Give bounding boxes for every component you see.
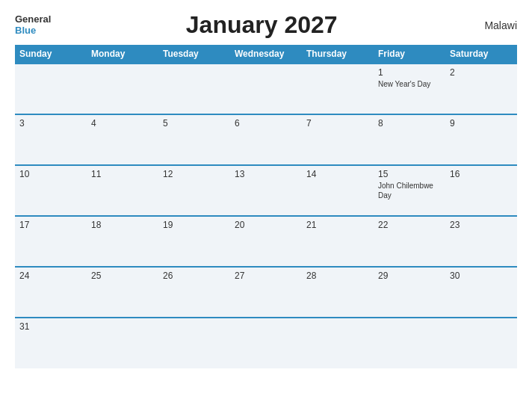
logo-blue-text: Blue xyxy=(15,25,36,36)
calendar-day-cell xyxy=(302,318,374,368)
calendar-week-row: 31 xyxy=(15,318,517,368)
calendar-day-cell: 9 xyxy=(445,114,517,165)
day-number: 9 xyxy=(450,118,513,129)
calendar-page: General Blue January 2027 Malawi Sunday … xyxy=(0,0,532,411)
day-number: 23 xyxy=(450,220,513,230)
day-number: 14 xyxy=(306,169,369,179)
col-wednesday: Wednesday xyxy=(230,45,302,64)
day-number: 19 xyxy=(163,220,226,230)
day-number: 12 xyxy=(163,169,226,179)
calendar-day-cell: 28 xyxy=(302,267,374,318)
day-number: 21 xyxy=(306,220,369,230)
calendar-day-cell: 25 xyxy=(87,267,158,318)
day-number: 25 xyxy=(91,271,154,281)
calendar-day-cell: 5 xyxy=(158,114,230,165)
logo-general-text: General xyxy=(15,14,51,25)
calendar-day-cell xyxy=(445,318,517,368)
col-tuesday: Tuesday xyxy=(158,45,230,64)
calendar-day-cell: 30 xyxy=(445,267,517,318)
day-number: 24 xyxy=(19,271,82,281)
country-label: Malawi xyxy=(472,19,517,31)
day-number: 28 xyxy=(306,271,369,281)
calendar-day-cell: 20 xyxy=(230,216,302,267)
calendar-day-cell: 19 xyxy=(158,216,230,267)
day-number: 5 xyxy=(163,118,226,129)
calendar-day-cell: 2 xyxy=(445,64,517,114)
calendar-day-cell: 18 xyxy=(87,216,158,267)
calendar-day-cell: 14 xyxy=(302,165,374,216)
day-number: 26 xyxy=(163,271,226,281)
calendar-table: Sunday Monday Tuesday Wednesday Thursday… xyxy=(15,45,517,368)
calendar-day-cell xyxy=(158,64,230,114)
calendar-day-cell: 11 xyxy=(87,165,158,216)
day-number: 20 xyxy=(235,220,297,230)
calendar-day-cell xyxy=(302,64,374,114)
calendar-day-cell xyxy=(87,318,158,368)
calendar-day-cell: 10 xyxy=(15,165,87,216)
calendar-day-cell: 15John Chilembwe Day xyxy=(374,165,445,216)
calendar-day-cell: 3 xyxy=(15,114,87,165)
col-saturday: Saturday xyxy=(445,45,517,64)
day-number: 2 xyxy=(450,67,513,78)
day-number: 27 xyxy=(235,271,297,281)
calendar-week-row: 24252627282930 xyxy=(15,267,517,318)
day-number: 8 xyxy=(378,118,441,129)
day-number: 30 xyxy=(450,271,513,281)
calendar-week-row: 17181920212223 xyxy=(15,216,517,267)
day-number: 1 xyxy=(378,67,441,78)
calendar-title: January 2027 xyxy=(51,11,472,39)
calendar-day-cell: 26 xyxy=(158,267,230,318)
calendar-day-cell: 27 xyxy=(230,267,302,318)
calendar-day-cell: 21 xyxy=(302,216,374,267)
calendar-week-row: 3456789 xyxy=(15,114,517,165)
day-number: 10 xyxy=(19,169,82,179)
col-sunday: Sunday xyxy=(15,45,87,64)
calendar-day-cell: 17 xyxy=(15,216,87,267)
day-number: 16 xyxy=(450,169,513,179)
calendar-day-cell xyxy=(374,318,445,368)
col-monday: Monday xyxy=(87,45,158,64)
day-number: 17 xyxy=(19,220,82,230)
calendar-day-cell: 1New Year's Day xyxy=(374,64,445,114)
day-number: 3 xyxy=(19,118,82,129)
calendar-day-cell xyxy=(230,318,302,368)
weekday-header-row: Sunday Monday Tuesday Wednesday Thursday… xyxy=(15,45,517,64)
calendar-day-cell: 7 xyxy=(302,114,374,165)
day-number: 22 xyxy=(378,220,441,230)
calendar-day-cell xyxy=(158,318,230,368)
day-number: 18 xyxy=(91,220,154,230)
col-friday: Friday xyxy=(374,45,445,64)
holiday-label: John Chilembwe Day xyxy=(378,181,441,200)
calendar-day-cell: 23 xyxy=(445,216,517,267)
calendar-day-cell xyxy=(87,64,158,114)
day-number: 13 xyxy=(235,169,297,179)
col-thursday: Thursday xyxy=(302,45,374,64)
calendar-day-cell xyxy=(230,64,302,114)
day-number: 6 xyxy=(235,118,297,129)
calendar-day-cell: 6 xyxy=(230,114,302,165)
calendar-day-cell: 12 xyxy=(158,165,230,216)
logo: General Blue xyxy=(15,14,51,36)
day-number: 29 xyxy=(378,271,441,281)
calendar-day-cell: 8 xyxy=(374,114,445,165)
calendar-header: General Blue January 2027 Malawi xyxy=(15,11,517,39)
calendar-day-cell: 31 xyxy=(15,318,87,368)
calendar-day-cell: 22 xyxy=(374,216,445,267)
calendar-day-cell: 29 xyxy=(374,267,445,318)
calendar-week-row: 101112131415John Chilembwe Day16 xyxy=(15,165,517,216)
calendar-day-cell: 4 xyxy=(87,114,158,165)
holiday-label: New Year's Day xyxy=(378,79,441,89)
day-number: 31 xyxy=(19,321,82,332)
calendar-day-cell: 16 xyxy=(445,165,517,216)
calendar-week-row: 1New Year's Day2 xyxy=(15,64,517,114)
day-number: 7 xyxy=(306,118,369,129)
calendar-day-cell: 24 xyxy=(15,267,87,318)
day-number: 11 xyxy=(91,169,154,179)
day-number: 4 xyxy=(91,118,154,129)
calendar-day-cell xyxy=(15,64,87,114)
calendar-day-cell: 13 xyxy=(230,165,302,216)
day-number: 15 xyxy=(378,169,441,179)
